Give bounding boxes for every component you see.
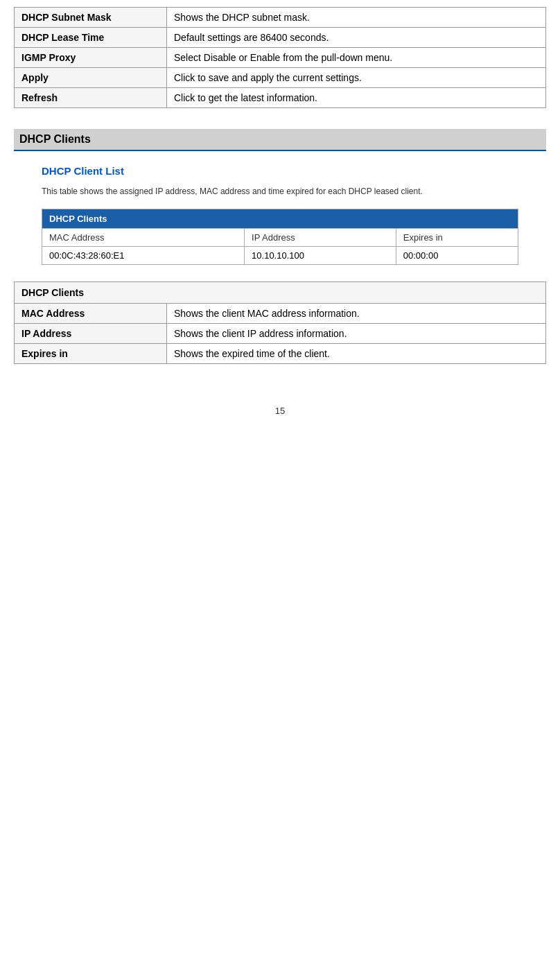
section-heading-text: DHCP Clients bbox=[19, 133, 91, 145]
desc-label-ip: IP Address bbox=[15, 324, 167, 344]
desc-label-expires: Expires in bbox=[15, 344, 167, 364]
desc-header-row: DHCP Clients bbox=[15, 282, 546, 304]
col-header-expires: Expires in bbox=[396, 229, 518, 247]
cell-expires: 00:00:00 bbox=[396, 247, 518, 265]
desc-label-mac: MAC Address bbox=[15, 304, 167, 324]
settings-value: Default settings are 86400 seconds. bbox=[167, 28, 546, 48]
dhcp-client-list-title: DHCP Client List bbox=[42, 165, 518, 177]
clients-table: DHCP Clients MAC Address IP Address Expi… bbox=[42, 209, 518, 265]
desc-value-ip: Shows the client IP address information. bbox=[167, 324, 546, 344]
settings-row: DHCP Lease TimeDefault settings are 8640… bbox=[15, 28, 546, 48]
settings-value: Click to get the latest information. bbox=[167, 88, 546, 108]
settings-label: Apply bbox=[15, 68, 167, 88]
desc-row-ip: IP Address Shows the client IP address i… bbox=[15, 324, 546, 344]
settings-value: Click to save and apply the current sett… bbox=[167, 68, 546, 88]
section-heading: DHCP Clients bbox=[14, 129, 546, 151]
page-content: DHCP Subnet MaskShows the DHCP subnet ma… bbox=[0, 0, 560, 444]
col-header-mac: MAC Address bbox=[42, 229, 245, 247]
clients-table-header: DHCP Clients bbox=[42, 209, 518, 229]
cell-ip: 10.10.10.100 bbox=[245, 247, 396, 265]
table-row: 00:0C:43:28:60:E1 10.10.10.100 00:00:00 bbox=[42, 247, 518, 265]
description-text: This table shows the assigned IP address… bbox=[42, 185, 518, 198]
settings-row: IGMP ProxySelect Disable or Enable from … bbox=[15, 48, 546, 68]
settings-value: Shows the DHCP subnet mask. bbox=[167, 8, 546, 28]
settings-label: DHCP Lease Time bbox=[15, 28, 167, 48]
settings-label: IGMP Proxy bbox=[15, 48, 167, 68]
desc-table-header: DHCP Clients bbox=[15, 282, 546, 304]
settings-label: Refresh bbox=[15, 88, 167, 108]
settings-row: DHCP Subnet MaskShows the DHCP subnet ma… bbox=[15, 8, 546, 28]
page-number: 15 bbox=[14, 406, 546, 416]
desc-value-expires: Shows the expired time of the client. bbox=[167, 344, 546, 364]
settings-label: DHCP Subnet Mask bbox=[15, 8, 167, 28]
clients-table-header-row: DHCP Clients bbox=[42, 209, 518, 229]
cell-mac: 00:0C:43:28:60:E1 bbox=[42, 247, 245, 265]
desc-table: DHCP Clients MAC Address Shows the clien… bbox=[14, 281, 546, 364]
col-header-ip: IP Address bbox=[245, 229, 396, 247]
desc-row-expires: Expires in Shows the expired time of the… bbox=[15, 344, 546, 364]
desc-value-mac: Shows the client MAC address information… bbox=[167, 304, 546, 324]
clients-col-header-row: MAC Address IP Address Expires in bbox=[42, 229, 518, 247]
settings-table: DHCP Subnet MaskShows the DHCP subnet ma… bbox=[14, 7, 546, 108]
settings-row: ApplyClick to save and apply the current… bbox=[15, 68, 546, 88]
settings-value: Select Disable or Enable from the pull-d… bbox=[167, 48, 546, 68]
inner-content: DHCP Client List This table shows the as… bbox=[14, 165, 546, 265]
page-number-text: 15 bbox=[275, 406, 285, 416]
desc-row-mac: MAC Address Shows the client MAC address… bbox=[15, 304, 546, 324]
settings-row: RefreshClick to get the latest informati… bbox=[15, 88, 546, 108]
